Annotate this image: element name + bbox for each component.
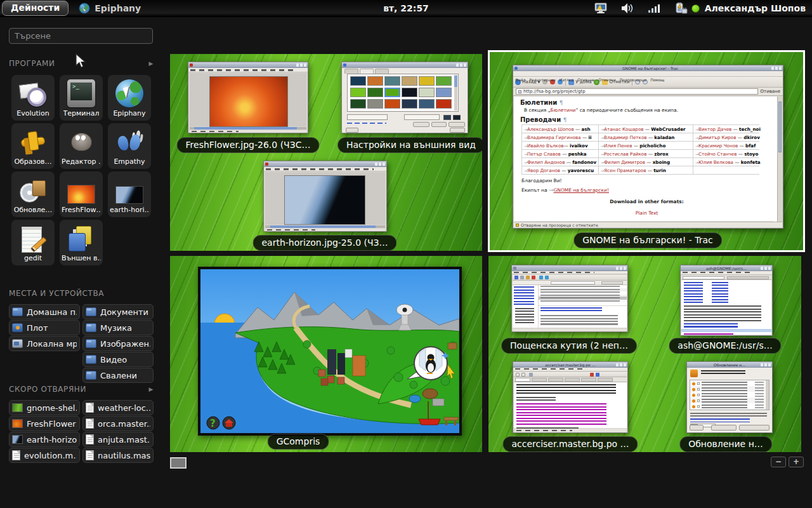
- statusbar: [190, 130, 306, 133]
- battery-icon[interactable]: [674, 3, 688, 15]
- url-field: http://fsa-bg.org/project/gtp: [516, 88, 758, 95]
- statusbar: [513, 329, 626, 331]
- tab-strip: [681, 276, 771, 280]
- places-column-1: Домашна п… Плот Локална мр…: [9, 304, 80, 351]
- pi-music: [86, 323, 96, 332]
- status-icon: [516, 224, 519, 227]
- workspace-1[interactable]: FreshFlower.jpg-26.0 (ЧЗС… Настройки на …: [170, 54, 482, 251]
- app-tile[interactable]: Редактор …: [60, 123, 103, 169]
- app-tile[interactable]: Терминал: [60, 75, 103, 121]
- pi-network: [12, 339, 23, 348]
- window-terminal[interactable]: ash@GNOME:/usr/s…: [680, 265, 773, 336]
- place-item[interactable]: Свалени: [82, 368, 154, 383]
- window-evolution-mail[interactable]: [511, 265, 628, 332]
- svg-text:?: ?: [210, 418, 216, 429]
- chevron-right-icon[interactable]: ▶: [148, 386, 154, 392]
- menu-item: Помощ: [650, 77, 664, 82]
- window-update-manager[interactable]: Обновление н…: [686, 361, 773, 433]
- app-menu[interactable]: Epiphany: [79, 3, 141, 15]
- recent-item[interactable]: anjuta.mast…: [82, 432, 154, 447]
- pi-downloads: [86, 371, 96, 380]
- window-epiphany-trac[interactable]: GNOME на български! - Trac ФайлРедактира…: [513, 65, 783, 229]
- wallpaper-grid: [347, 74, 459, 112]
- add-workspace-button[interactable]: +: [789, 457, 804, 467]
- places-header-label: МЕСТА И УСТРОЙСТВА: [9, 289, 104, 298]
- window-gimp-freshflower[interactable]: [188, 62, 308, 133]
- recent-item[interactable]: earth-horizo…: [9, 432, 80, 447]
- icon-evolution: [19, 79, 47, 107]
- wallpaper-thumb: [402, 99, 417, 109]
- app-tile[interactable]: Epiphany: [108, 75, 151, 121]
- place-item[interactable]: Видео: [82, 352, 154, 367]
- workspace-3[interactable]: ? GCompris: [170, 256, 482, 452]
- app-tile[interactable]: Външен в…: [60, 220, 103, 265]
- preview-pane: [539, 306, 627, 328]
- translator-cell: →Явор Доганов — yavorescu: [522, 166, 598, 174]
- app-label: Образов…: [14, 157, 51, 166]
- window-title-text: Обновление н…: [687, 363, 772, 367]
- recent-item[interactable]: orca.master.…: [82, 416, 154, 431]
- ri-doc: [86, 434, 94, 444]
- window-gedit-po[interactable]: accerciser.master.bg.po …: [513, 361, 628, 433]
- place-item[interactable]: Музика: [82, 320, 154, 335]
- app-tile[interactable]: earth-hori…: [108, 171, 151, 217]
- window-appearance-prefs[interactable]: [341, 62, 468, 133]
- translator-cell: →Юлия Велкова — konfeta: [693, 158, 761, 166]
- translator-cell: →Красимир Чонов — bfaf: [693, 142, 761, 149]
- translator-cell: →Ростислав Райков — zbrox: [599, 150, 693, 157]
- window-gcompris[interactable]: ?: [198, 267, 462, 436]
- search-input[interactable]: [9, 28, 153, 44]
- recent-item[interactable]: nautilus.mas…: [82, 448, 154, 463]
- recent-header-label: СКОРО ОТВАРЯНИ: [9, 385, 86, 394]
- translator-cell: →Петър Славов — peshka: [522, 150, 598, 157]
- window-label: Настройки на външния вид: [337, 137, 482, 153]
- close-button: [450, 128, 465, 133]
- remove-workspace-button[interactable]: −: [771, 457, 786, 467]
- recent-item[interactable]: gnome-shel…: [9, 400, 80, 415]
- window-label: accerciser.master.bg.po …: [502, 436, 638, 452]
- menu-item: Редактиране: [530, 77, 556, 82]
- chevron-right-icon[interactable]: ▶: [148, 60, 154, 67]
- volume-icon[interactable]: [620, 3, 634, 14]
- workspace-4[interactable]: ash@GNOME:/usr/s… Пощенска кутия (2 неп……: [488, 256, 801, 452]
- app-tile[interactable]: gedit: [11, 220, 55, 265]
- display-icon[interactable]: [594, 3, 608, 14]
- place-item[interactable]: Плот: [9, 320, 80, 335]
- activities-button[interactable]: Дейности: [2, 1, 69, 16]
- user-menu[interactable]: Александър Шопов: [691, 0, 806, 17]
- recent-section-header[interactable]: СКОРО ОТВАРЯНИ ▶: [9, 384, 154, 394]
- overview-sidebar: ПРОГРАМИ ▶ Evolution Терминал Epiphany: [0, 17, 162, 508]
- app-tile[interactable]: FreshFlow…: [60, 171, 103, 217]
- wallpaper-thumb: [384, 88, 400, 97]
- network-signal-icon[interactable]: [647, 3, 661, 14]
- place-item[interactable]: Изображен…: [82, 336, 154, 351]
- recent-item[interactable]: FreshFlower…: [9, 416, 80, 431]
- info-text: [690, 413, 767, 417]
- workspace-indicator[interactable]: [170, 457, 187, 469]
- window-label: ash@GNOME:/usr/s…: [669, 338, 781, 354]
- clock[interactable]: вт, 22:57: [383, 3, 429, 13]
- app-tile[interactable]: Evolution: [11, 75, 55, 121]
- link-text: [690, 418, 750, 422]
- wallpaper-thumb: [350, 76, 366, 86]
- window-label: GCompris: [268, 434, 329, 450]
- tab: [375, 69, 389, 74]
- place-item[interactable]: Домашна п…: [9, 304, 80, 319]
- menu-item: Изглед: [560, 77, 574, 82]
- app-label: Evolution: [16, 109, 49, 117]
- window-gimp-earth[interactable]: [263, 161, 387, 232]
- recent-item[interactable]: evolution.m…: [9, 448, 80, 463]
- app-tile[interactable]: Образов…: [11, 123, 55, 169]
- icon-gcompris: [19, 128, 47, 156]
- place-item[interactable]: Документи: [82, 304, 154, 319]
- recent-item[interactable]: weather-loc…: [82, 400, 154, 415]
- app-tile[interactable]: Empathy: [108, 123, 151, 169]
- presence-status-icon: [691, 4, 700, 13]
- app-label: Терминал: [63, 109, 100, 117]
- app-tile[interactable]: Обновле…: [11, 171, 55, 217]
- header-text: [701, 370, 745, 376]
- place-item[interactable]: Локална мр…: [9, 336, 80, 351]
- workspace-2-active[interactable]: GNOME на български! - Trac ФайлРедактира…: [488, 50, 805, 252]
- places-column-2: Документи Музика Изображен… Видео: [82, 304, 154, 383]
- recent-label: nautilus.mas…: [98, 451, 150, 460]
